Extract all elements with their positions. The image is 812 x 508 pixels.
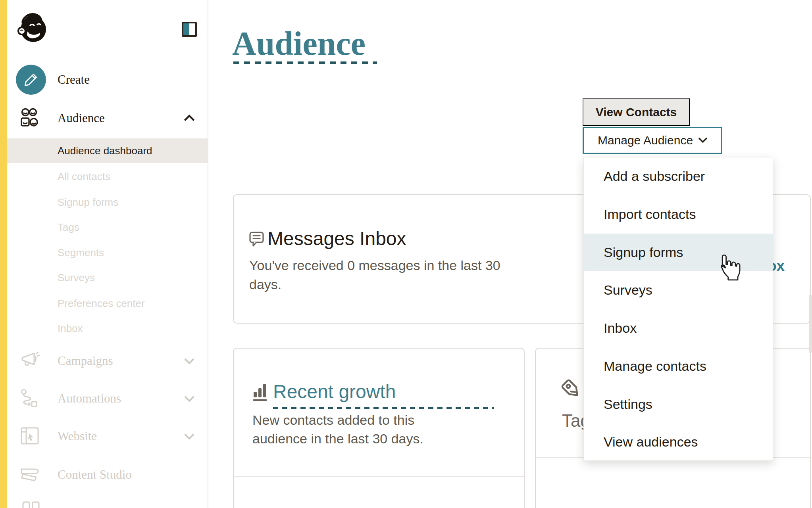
recent-growth-body: New contacts added to this audience in t… [252,411,483,448]
sidebar-item-all-contacts[interactable]: All contacts [58,169,110,184]
mailchimp-freddie-logo[interactable] [17,10,48,45]
manage-audience-dropdown: Add a subscriber Import contacts Signup … [583,157,773,461]
menu-item-add-a-subscriber[interactable]: Add a subscriber [584,157,773,196]
menu-item-view-audiences[interactable]: View audiences [584,423,773,461]
sidebar-item-segments[interactable]: Segments [58,245,104,260]
hand-cursor-icon [715,253,741,284]
audience-icon [20,108,40,128]
audience-dashboard-screen: Create Audience Audience dashboard All c… [0,0,812,508]
brand-yellow-strip [0,0,7,508]
sidebar-item-website-label[interactable]: Website [58,427,97,445]
sidebar-item-tags[interactable]: Tags [58,220,79,234]
sidebar-item-create-label[interactable]: Create [58,71,90,88]
chevron-up-icon[interactable] [184,115,194,121]
manage-audience-button[interactable]: Manage Audience [583,127,722,154]
tag-icon [561,379,584,402]
chevron-down-icon[interactable] [184,396,194,402]
bar-chart-icon [252,381,268,403]
manage-audience-label: Manage Audience [598,134,693,147]
view-contacts-button[interactable]: View Contacts [583,98,690,126]
scrollbar-thumb[interactable] [809,295,812,353]
growth-body-line2: audience in the last 30 days. [252,431,423,446]
sidebar-item-audience-label[interactable]: Audience [58,109,105,127]
chevron-down-icon[interactable] [184,358,194,364]
chevron-down-icon[interactable] [184,433,194,440]
create-button[interactable] [16,65,46,95]
speech-bubble-icon [249,231,264,248]
partial-nav-icon [22,501,40,508]
menu-item-inbox[interactable]: Inbox [584,309,773,347]
messages-body-line1: You've received 0 messages in the last 3… [249,258,500,273]
megaphone-icon [20,351,40,369]
messages-inbox-body: You've received 0 messages in the last 3… [249,256,527,294]
sidebar-item-preferences-center[interactable]: Preferences center [58,296,145,311]
menu-item-signup-forms[interactable]: Signup forms [584,234,773,272]
recent-growth-link[interactable]: Recent growth [273,381,396,403]
recent-growth-underline [273,407,494,409]
sidebar-collapse-icon[interactable] [182,22,197,37]
page-title-underline [233,61,377,64]
sidebar-item-automations-label[interactable]: Automations [58,390,121,407]
pencil-icon [23,71,39,88]
sidebar-item-content-studio-label[interactable]: Content Studio [58,466,132,483]
sidebar-item-signup-forms[interactable]: Signup forms [58,195,118,209]
messages-body-line2: days. [249,277,281,292]
card-divider [234,476,524,477]
menu-item-import-contacts[interactable]: Import contacts [584,196,773,234]
website-icon [21,427,39,445]
sidebar-item-audience-dashboard[interactable]: Audience dashboard [7,138,208,163]
growth-body-line1: New contacts added to this [252,412,414,427]
sidebar-item-campaigns-label[interactable]: Campaigns [58,352,113,370]
sidebar-item-surveys[interactable]: Surveys [58,270,95,285]
menu-item-manage-contacts[interactable]: Manage contacts [584,347,773,385]
menu-item-surveys[interactable]: Surveys [584,271,773,309]
chevron-down-icon [698,138,707,143]
content-studio-icon [19,466,40,483]
sidebar-item-inbox[interactable]: Inbox [58,321,83,335]
page-title[interactable]: Audience [232,25,366,63]
collapse-icon-fill [183,23,189,35]
automations-icon [20,389,39,408]
menu-item-settings[interactable]: Settings [584,385,773,424]
active-sub-item-label: Audience dashboard [58,138,152,163]
messages-inbox-title: Messages Inbox [267,228,406,250]
